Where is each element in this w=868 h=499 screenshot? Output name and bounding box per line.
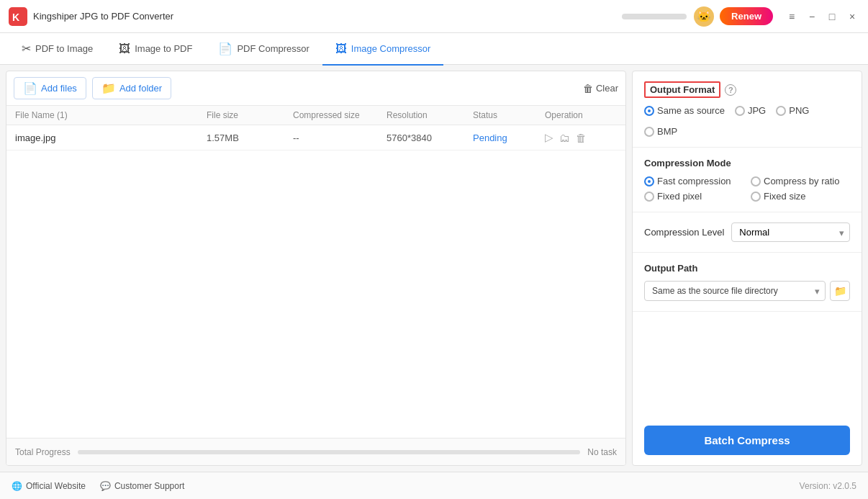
- official-website-link[interactable]: 🌐 Official Website: [12, 481, 86, 491]
- tab-pdf-to-image-label: PDF to Image: [35, 43, 93, 54]
- compression-level-select-wrapper: Low Normal High: [731, 222, 850, 242]
- mode-fast[interactable]: Fast compression: [644, 176, 743, 186]
- menu-button[interactable]: ≡: [785, 9, 799, 24]
- image-to-pdf-icon: 🖼: [119, 42, 130, 55]
- col-resolution: Resolution: [386, 110, 473, 120]
- official-website-label: Official Website: [26, 481, 86, 491]
- close-button[interactable]: ×: [845, 9, 859, 24]
- format-png-label: PNG: [789, 105, 809, 116]
- col-filesize: File size: [207, 110, 293, 120]
- format-same-radio: [644, 106, 654, 116]
- add-folder-label: Add folder: [119, 83, 162, 94]
- progress-track: [78, 450, 581, 454]
- left-panel: 📄 Add files 📁 Add folder 🗑 Clear File Na…: [6, 71, 626, 466]
- tab-pdf-compressor-label: PDF Compressor: [237, 43, 309, 54]
- file-status: Pending: [473, 132, 545, 143]
- format-png-radio: [776, 106, 786, 116]
- output-format-title: Output Format ?: [644, 81, 850, 98]
- file-operations: ▷ 🗂 🗑: [545, 131, 617, 144]
- mode-size[interactable]: Fixed size: [751, 191, 850, 202]
- browse-folder-button[interactable]: 📁: [830, 281, 850, 301]
- website-icon: 🌐: [12, 481, 22, 491]
- compression-mode-options: Fast compression Compress by ratio Fixed…: [644, 176, 850, 202]
- mode-fast-label: Fast compression: [657, 176, 731, 186]
- output-path-label: Output Path: [644, 263, 697, 274]
- progress-indicator: [622, 14, 687, 19]
- add-files-button[interactable]: 📄 Add files: [14, 77, 86, 99]
- tab-pdf-compressor[interactable]: 📄 PDF Compressor: [205, 34, 322, 66]
- minimize-button[interactable]: −: [805, 9, 819, 24]
- output-path-section: Output Path Same as the source file dire…: [633, 253, 862, 312]
- format-same-as-source[interactable]: Same as source: [644, 105, 725, 116]
- file-compressed: --: [293, 132, 386, 143]
- output-format-section: Output Format ? Same as source JPG PNG: [633, 71, 862, 148]
- play-icon[interactable]: ▷: [545, 131, 553, 144]
- col-operation: Operation: [545, 110, 617, 120]
- mode-ratio-label: Compress by ratio: [764, 176, 839, 186]
- format-bmp-label: BMP: [657, 126, 677, 137]
- batch-compress-button[interactable]: Batch Compress: [644, 426, 850, 455]
- image-compressor-icon: 🖼: [335, 42, 347, 55]
- nav-bar: ✂ PDF to Image 🖼 Image to PDF 📄 PDF Comp…: [0, 33, 868, 65]
- mode-ratio-radio: [751, 176, 761, 186]
- col-filename: File Name (1): [15, 110, 207, 120]
- clear-button[interactable]: 🗑 Clear: [583, 83, 618, 94]
- file-name: image.jpg: [15, 132, 207, 143]
- compression-level-select[interactable]: Low Normal High: [731, 222, 850, 242]
- mode-fast-radio: [644, 176, 654, 186]
- support-icon: 💬: [100, 481, 111, 491]
- title-bar: K Kingshiper JPG to PDF Converter 🐱 Rene…: [0, 0, 868, 33]
- compression-mode-title: Compression Mode: [644, 158, 850, 168]
- output-path-select-wrapper: Same as the source file directory Custom: [644, 281, 826, 301]
- mode-ratio[interactable]: Compress by ratio: [751, 176, 850, 186]
- app-logo: K: [9, 7, 27, 26]
- mode-size-label: Fixed size: [764, 191, 806, 202]
- col-compressed: Compressed size: [293, 110, 386, 120]
- col-status: Status: [473, 110, 545, 120]
- progress-label: Total Progress: [15, 447, 71, 457]
- add-folder-icon: 📁: [101, 81, 116, 95]
- clear-label: Clear: [596, 83, 618, 94]
- folder-open-icon[interactable]: 🗂: [559, 132, 570, 144]
- trash-icon: 🗑: [583, 83, 593, 94]
- mode-size-radio: [751, 192, 761, 202]
- svg-text:K: K: [12, 12, 19, 23]
- add-files-label: Add files: [41, 83, 77, 94]
- pdf-to-image-icon: ✂: [22, 42, 31, 55]
- format-bmp-radio: [644, 127, 654, 137]
- app-title: Kingshiper JPG to PDF Converter: [33, 11, 622, 22]
- output-path-select[interactable]: Same as the source file directory Custom: [644, 281, 826, 301]
- format-png[interactable]: PNG: [776, 105, 809, 116]
- compression-mode-section: Compression Mode Fast compression Compre…: [633, 148, 862, 212]
- table-row: image.jpg 1.57MB -- 5760*3840 Pending ▷ …: [6, 125, 625, 150]
- help-icon[interactable]: ?: [725, 84, 736, 96]
- tab-image-compressor[interactable]: 🖼 Image Compressor: [322, 34, 444, 66]
- bottom-bar: 🌐 Official Website 💬 Customer Support Ve…: [0, 472, 868, 499]
- tab-image-compressor-label: Image Compressor: [351, 43, 431, 54]
- output-format-options: Same as source JPG PNG BMP: [644, 105, 850, 137]
- format-jpg-label: JPG: [748, 105, 766, 116]
- maximize-button[interactable]: □: [825, 9, 839, 24]
- mode-pixel[interactable]: Fixed pixel: [644, 191, 743, 202]
- mode-pixel-radio: [644, 192, 654, 202]
- add-files-icon: 📄: [23, 81, 37, 95]
- tab-image-to-pdf[interactable]: 🖼 Image to PDF: [106, 34, 205, 66]
- delete-row-icon[interactable]: 🗑: [576, 132, 587, 144]
- customer-support-label: Customer Support: [114, 481, 184, 491]
- progress-status: No task: [587, 447, 617, 457]
- version-text: Version: v2.0.5: [800, 481, 856, 491]
- right-panel: Output Format ? Same as source JPG PNG: [632, 71, 862, 466]
- format-jpg[interactable]: JPG: [735, 105, 766, 116]
- tab-pdf-to-image[interactable]: ✂ PDF to Image: [9, 34, 106, 66]
- add-folder-button[interactable]: 📁 Add folder: [92, 77, 171, 99]
- toolbar: 📄 Add files 📁 Add folder 🗑 Clear: [6, 71, 625, 106]
- output-path-title: Output Path: [644, 263, 850, 274]
- renew-button[interactable]: Renew: [720, 7, 773, 25]
- output-path-row: Same as the source file directory Custom…: [644, 281, 850, 301]
- tab-image-to-pdf-label: Image to PDF: [135, 43, 192, 54]
- format-bmp[interactable]: BMP: [644, 126, 677, 137]
- main-content: 📄 Add files 📁 Add folder 🗑 Clear File Na…: [0, 65, 868, 472]
- customer-support-link[interactable]: 💬 Customer Support: [100, 481, 184, 491]
- format-same-label: Same as source: [657, 105, 725, 116]
- file-size: 1.57MB: [207, 132, 293, 143]
